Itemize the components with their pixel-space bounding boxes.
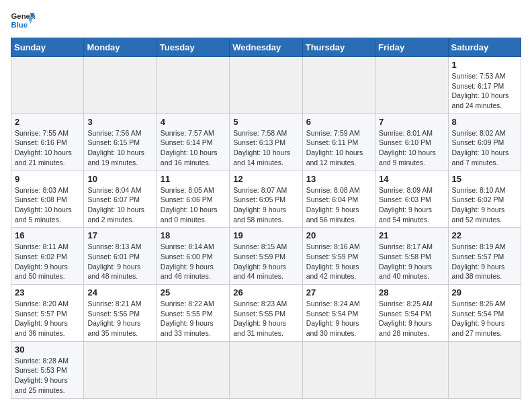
day-info: Sunrise: 7:57 AM Sunset: 6:14 PM Dayligh…	[161, 128, 226, 168]
calendar-cell: 29Sunrise: 8:26 AM Sunset: 5:54 PM Dayli…	[448, 285, 521, 342]
day-number: 3	[87, 117, 152, 127]
day-number: 21	[379, 230, 444, 240]
day-info: Sunrise: 7:58 AM Sunset: 6:13 PM Dayligh…	[233, 128, 298, 168]
calendar-cell	[302, 57, 375, 114]
day-info: Sunrise: 8:01 AM Sunset: 6:10 PM Dayligh…	[379, 128, 444, 168]
calendar-cell: 22Sunrise: 8:19 AM Sunset: 5:57 PM Dayli…	[448, 228, 521, 285]
day-info: Sunrise: 8:28 AM Sunset: 5:53 PM Dayligh…	[15, 356, 80, 396]
calendar-cell: 9Sunrise: 8:03 AM Sunset: 6:08 PM Daylig…	[11, 171, 84, 228]
day-number: 30	[15, 345, 80, 355]
day-info: Sunrise: 8:13 AM Sunset: 6:01 PM Dayligh…	[87, 242, 152, 281]
day-number: 17	[87, 230, 152, 240]
calendar-cell: 6Sunrise: 7:59 AM Sunset: 6:11 PM Daylig…	[302, 113, 375, 171]
day-number: 11	[161, 174, 226, 184]
calendar-cell	[157, 341, 229, 398]
day-number: 1	[452, 60, 517, 70]
day-info: Sunrise: 8:22 AM Sunset: 5:55 PM Dayligh…	[161, 299, 226, 338]
day-number: 22	[452, 230, 517, 240]
day-number: 5	[233, 117, 298, 127]
day-info: Sunrise: 7:55 AM Sunset: 6:16 PM Dayligh…	[15, 128, 80, 168]
calendar-cell: 24Sunrise: 8:21 AM Sunset: 5:56 PM Dayli…	[84, 285, 157, 342]
calendar-cell	[84, 57, 157, 114]
calendar-week-row: 9Sunrise: 8:03 AM Sunset: 6:08 PM Daylig…	[11, 171, 521, 228]
day-number: 13	[306, 174, 371, 184]
page-header: General Blue	[11, 11, 521, 30]
calendar-cell: 5Sunrise: 7:58 AM Sunset: 6:13 PM Daylig…	[230, 113, 302, 171]
calendar-cell: 27Sunrise: 8:24 AM Sunset: 5:54 PM Dayli…	[302, 285, 375, 342]
calendar-week-row: 16Sunrise: 8:11 AM Sunset: 6:02 PM Dayli…	[11, 228, 521, 285]
day-info: Sunrise: 8:19 AM Sunset: 5:57 PM Dayligh…	[452, 242, 517, 281]
day-info: Sunrise: 8:07 AM Sunset: 6:05 PM Dayligh…	[233, 185, 298, 225]
calendar-cell: 16Sunrise: 8:11 AM Sunset: 6:02 PM Dayli…	[11, 228, 84, 285]
day-info: Sunrise: 8:03 AM Sunset: 6:08 PM Dayligh…	[15, 185, 80, 225]
column-header-wednesday: Wednesday	[230, 38, 302, 57]
day-number: 15	[452, 174, 517, 184]
day-info: Sunrise: 8:26 AM Sunset: 5:54 PM Dayligh…	[452, 299, 517, 338]
day-number: 26	[233, 287, 298, 298]
calendar-week-row: 30Sunrise: 8:28 AM Sunset: 5:53 PM Dayli…	[11, 341, 521, 398]
column-header-friday: Friday	[375, 38, 448, 57]
column-header-thursday: Thursday	[302, 38, 375, 57]
day-info: Sunrise: 8:21 AM Sunset: 5:56 PM Dayligh…	[87, 299, 152, 338]
day-number: 29	[452, 287, 517, 298]
day-info: Sunrise: 7:53 AM Sunset: 6:17 PM Dayligh…	[452, 71, 517, 111]
day-number: 6	[306, 117, 371, 127]
calendar-cell	[302, 341, 375, 398]
calendar-cell: 3Sunrise: 7:56 AM Sunset: 6:15 PM Daylig…	[84, 113, 157, 171]
day-info: Sunrise: 8:20 AM Sunset: 5:57 PM Dayligh…	[15, 299, 80, 338]
day-info: Sunrise: 8:23 AM Sunset: 5:55 PM Dayligh…	[233, 299, 298, 338]
day-info: Sunrise: 8:17 AM Sunset: 5:58 PM Dayligh…	[379, 242, 444, 281]
logo: General Blue	[11, 11, 35, 30]
svg-text:Blue: Blue	[11, 21, 28, 29]
calendar-cell: 1Sunrise: 7:53 AM Sunset: 6:17 PM Daylig…	[448, 57, 521, 114]
calendar-cell: 18Sunrise: 8:14 AM Sunset: 6:00 PM Dayli…	[157, 228, 229, 285]
day-number: 14	[379, 174, 444, 184]
calendar-cell	[11, 57, 84, 114]
day-info: Sunrise: 8:04 AM Sunset: 6:07 PM Dayligh…	[87, 185, 152, 225]
day-info: Sunrise: 8:05 AM Sunset: 6:06 PM Dayligh…	[161, 185, 226, 225]
calendar-week-row: 2Sunrise: 7:55 AM Sunset: 6:16 PM Daylig…	[11, 113, 521, 171]
calendar-cell: 20Sunrise: 8:16 AM Sunset: 5:59 PM Dayli…	[302, 228, 375, 285]
calendar-cell: 17Sunrise: 8:13 AM Sunset: 6:01 PM Dayli…	[84, 228, 157, 285]
calendar-cell: 23Sunrise: 8:20 AM Sunset: 5:57 PM Dayli…	[11, 285, 84, 342]
day-number: 12	[233, 174, 298, 184]
calendar-cell	[230, 57, 302, 114]
day-number: 4	[161, 117, 226, 127]
calendar-cell	[157, 57, 229, 114]
day-number: 16	[15, 230, 80, 240]
day-info: Sunrise: 8:11 AM Sunset: 6:02 PM Dayligh…	[15, 242, 80, 281]
day-number: 8	[452, 117, 517, 127]
calendar-cell: 2Sunrise: 7:55 AM Sunset: 6:16 PM Daylig…	[11, 113, 84, 171]
column-header-monday: Monday	[84, 38, 157, 57]
calendar-cell: 10Sunrise: 8:04 AM Sunset: 6:07 PM Dayli…	[84, 171, 157, 228]
calendar-cell: 21Sunrise: 8:17 AM Sunset: 5:58 PM Dayli…	[375, 228, 448, 285]
day-info: Sunrise: 8:16 AM Sunset: 5:59 PM Dayligh…	[306, 242, 371, 281]
calendar-cell: 8Sunrise: 8:02 AM Sunset: 6:09 PM Daylig…	[448, 113, 521, 171]
calendar-header-row: SundayMondayTuesdayWednesdayThursdayFrid…	[11, 38, 521, 57]
day-number: 10	[87, 174, 152, 184]
column-header-tuesday: Tuesday	[157, 38, 229, 57]
calendar-cell: 30Sunrise: 8:28 AM Sunset: 5:53 PM Dayli…	[11, 341, 84, 398]
calendar-week-row: 1Sunrise: 7:53 AM Sunset: 6:17 PM Daylig…	[11, 57, 521, 114]
calendar-cell: 13Sunrise: 8:08 AM Sunset: 6:04 PM Dayli…	[302, 171, 375, 228]
calendar-cell: 11Sunrise: 8:05 AM Sunset: 6:06 PM Dayli…	[157, 171, 229, 228]
calendar-table: SundayMondayTuesdayWednesdayThursdayFrid…	[11, 38, 521, 399]
day-number: 24	[87, 287, 152, 298]
day-info: Sunrise: 8:08 AM Sunset: 6:04 PM Dayligh…	[306, 185, 371, 225]
day-info: Sunrise: 7:56 AM Sunset: 6:15 PM Dayligh…	[87, 128, 152, 168]
calendar-cell: 14Sunrise: 8:09 AM Sunset: 6:03 PM Dayli…	[375, 171, 448, 228]
calendar-cell: 12Sunrise: 8:07 AM Sunset: 6:05 PM Dayli…	[230, 171, 302, 228]
calendar-week-row: 23Sunrise: 8:20 AM Sunset: 5:57 PM Dayli…	[11, 285, 521, 342]
day-info: Sunrise: 8:09 AM Sunset: 6:03 PM Dayligh…	[379, 185, 444, 225]
day-number: 28	[379, 287, 444, 298]
day-info: Sunrise: 8:24 AM Sunset: 5:54 PM Dayligh…	[306, 299, 371, 338]
calendar-cell	[375, 57, 448, 114]
calendar-cell: 25Sunrise: 8:22 AM Sunset: 5:55 PM Dayli…	[157, 285, 229, 342]
day-number: 23	[15, 287, 80, 298]
column-header-sunday: Sunday	[11, 38, 84, 57]
day-number: 19	[233, 230, 298, 240]
day-info: Sunrise: 8:02 AM Sunset: 6:09 PM Dayligh…	[452, 128, 517, 168]
day-number: 27	[306, 287, 371, 298]
column-header-saturday: Saturday	[448, 38, 521, 57]
calendar-cell: 15Sunrise: 8:10 AM Sunset: 6:02 PM Dayli…	[448, 171, 521, 228]
